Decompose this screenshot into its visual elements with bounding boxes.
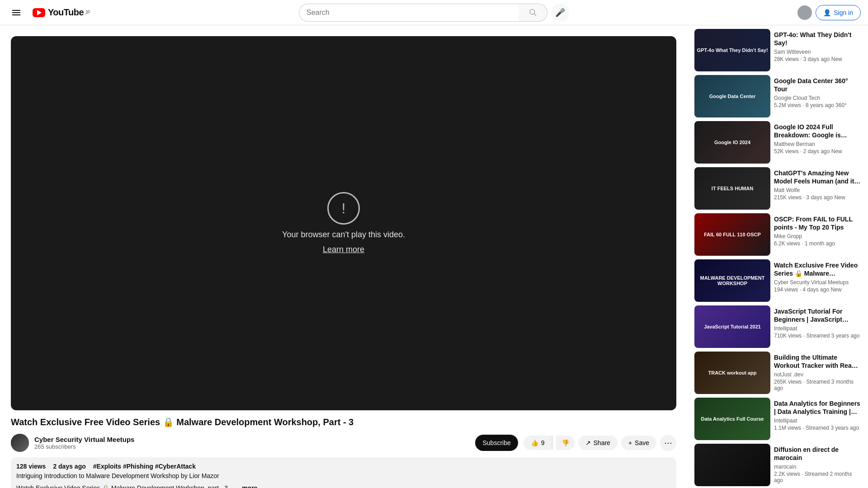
sidebar-thumbnail: FAIL 60 FULL 110 OSCP	[694, 213, 770, 256]
thumbnail-text: IT FEELS HUMAN	[694, 167, 770, 210]
thumbnail-text: TRACK workout app	[694, 352, 770, 394]
header-center: 🎤	[105, 4, 763, 22]
dislike-icon: 👎	[561, 439, 569, 446]
sidebar-item[interactable]: FAIL 60 FULL 110 OSCP OSCP: From FAIL to…	[694, 213, 861, 256]
header: YouTubeJP 🎤 👤 Sign in	[0, 0, 868, 25]
search-input[interactable]	[299, 4, 519, 22]
sidebar-item-channel: Intellipaat	[774, 418, 861, 424]
sidebar-item[interactable]: GPT-4o What They Didn't Say! GPT-4o: Wha…	[694, 29, 861, 71]
sidebar-item-channel: marocain	[774, 464, 861, 470]
video-container: ! Your browser can't play this video. Le…	[0, 25, 687, 488]
search-button[interactable]	[519, 4, 547, 22]
description-box[interactable]: 128 views 2 days ago #Exploits #Phishing…	[11, 457, 676, 488]
youtube-wordmark: YouTube	[48, 7, 84, 18]
sidebar-thumbnail	[694, 444, 770, 486]
youtube-play-icon	[33, 8, 45, 17]
thumbnail-text: Data Analytics Full Course	[694, 398, 770, 440]
voice-search-button[interactable]: 🎤	[551, 4, 569, 22]
sidebar-item-title: JavaScript Tutorial For Beginners | Java…	[774, 307, 861, 324]
channel-info: Cyber Security Virtual Meetups 265 subsc…	[34, 436, 470, 450]
header-left: YouTubeJP	[7, 4, 98, 22]
sidebar-item-channel: Google Cloud Tech	[774, 95, 861, 101]
sidebar-item-meta: JavaScript Tutorial For Beginners | Java…	[774, 305, 861, 348]
sidebar-item-channel: Mike Gropp	[774, 233, 861, 239]
sidebar-item-meta: GPT-4o: What They Didn't Say! Sam Wittev…	[774, 29, 861, 71]
sidebar: GPT-4o What They Didn't Say! GPT-4o: Wha…	[687, 25, 868, 488]
like-button[interactable]: 👍 9	[524, 436, 552, 450]
sign-in-icon: 👤	[823, 9, 831, 16]
sidebar-item-title: Watch Exclusive Free Video Series 🔒 Malw…	[774, 261, 861, 277]
sidebar-item[interactable]: Data Analytics Full Course Data Analytic…	[694, 398, 861, 440]
sidebar-thumbnail: TRACK workout app	[694, 352, 770, 394]
sidebar-item-badge: New	[831, 148, 842, 155]
sidebar-item[interactable]: TRACK workout app Building the Ultimate …	[694, 352, 861, 394]
logo[interactable]: YouTubeJP	[33, 7, 90, 18]
sign-in-button[interactable]: 👤 Sign in	[816, 5, 861, 20]
video-info: Watch Exclusive Free Video Series 🔒 Malw…	[11, 410, 676, 488]
sidebar-item-title: Diffusion en direct de marocain	[774, 446, 861, 462]
error-message: Your browser can't play this video.	[282, 230, 405, 239]
sidebar-item[interactable]: IT FEELS HUMAN ChatGPT's Amazing New Mod…	[694, 167, 861, 210]
sidebar-item-meta: Google Data Center 360° Tour Google Clou…	[774, 75, 861, 117]
sidebar-item[interactable]: Diffusion en direct de marocain marocain…	[694, 444, 861, 486]
channel-row: Cyber Security Virtual Meetups 265 subsc…	[11, 434, 676, 452]
video-error: ! Your browser can't play this video. Le…	[282, 192, 405, 254]
sidebar-item-meta: Building the Ultimate Workout Tracker wi…	[774, 352, 861, 394]
sidebar-item-views: 215K views · 3 days ago New	[774, 194, 861, 201]
sidebar-item[interactable]: Google Data Center Google Data Center 36…	[694, 75, 861, 117]
sidebar-thumbnail: GPT-4o What They Didn't Say!	[694, 29, 770, 71]
learn-more-link[interactable]: Learn more	[323, 245, 364, 254]
header-right: 👤 Sign in	[770, 5, 861, 20]
dislike-button[interactable]: 👎	[556, 436, 575, 450]
sidebar-item-title: Google Data Center 360° Tour	[774, 77, 861, 93]
sidebar-thumbnail: MALWARE DEVELOPMENT WORKSHOP	[694, 259, 770, 302]
sidebar-item[interactable]: MALWARE DEVELOPMENT WORKSHOP Watch Exclu…	[694, 259, 861, 302]
sidebar-item-views: 194 views · 4 days ago New	[774, 286, 861, 293]
hamburger-button[interactable]	[7, 4, 25, 22]
error-exclamation-icon: !	[342, 200, 346, 217]
upload-time: 2 days ago	[53, 463, 85, 470]
view-count: 128 views	[16, 463, 46, 470]
channel-name[interactable]: Cyber Security Virtual Meetups	[34, 436, 470, 443]
sidebar-item-meta: OSCP: From FAIL to FULL points - My Top …	[774, 213, 861, 256]
sidebar-thumbnail: IT FEELS HUMAN	[694, 167, 770, 210]
sidebar-item-title: Google IO 2024 Full Breakdown: Google is…	[774, 123, 861, 139]
like-icon: 👍	[531, 439, 538, 446]
sidebar-item-title: ChatGPT's Amazing New Model Feels Human …	[774, 169, 861, 185]
thumbnail-text: Google IO 2024	[694, 121, 770, 164]
sidebar-item-title: GPT-4o: What They Didn't Say!	[774, 31, 861, 47]
share-button[interactable]: ↗ Share	[578, 436, 618, 450]
sidebar-item-views: 265K views · Streamed 3 months ago	[774, 379, 861, 391]
channel-avatar-image	[11, 434, 29, 452]
channel-avatar[interactable]	[11, 434, 29, 452]
sidebar-thumbnail: Data Analytics Full Course	[694, 398, 770, 440]
main-content: ! Your browser can't play this video. Le…	[0, 25, 868, 488]
save-button[interactable]: + Save	[621, 436, 656, 450]
sidebar-item-badge: 360°	[835, 102, 847, 108]
sidebar-item[interactable]: JavaScript Tutorial 2021 JavaScript Tuto…	[694, 305, 861, 348]
sidebar-item-views: 5.2M views · 8 years ago 360°	[774, 102, 861, 108]
more-options-button[interactable]: ⋯	[660, 435, 676, 451]
description-more-text: Watch Exclusive Video Series 🔒 Malware D…	[16, 484, 671, 488]
search-form	[299, 4, 547, 22]
sidebar-item-views: 1.1M views · Streamed 3 years ago	[774, 425, 861, 431]
avatar[interactable]	[797, 5, 812, 20]
thumbnail-text: Google Data Center	[694, 75, 770, 117]
sidebar-item-badge: New	[831, 56, 842, 62]
sidebar-thumbnail: Google Data Center	[694, 75, 770, 117]
sidebar-item-badge: New	[830, 286, 841, 293]
more-label[interactable]: ...more	[237, 484, 258, 488]
video-title: Watch Exclusive Free Video Series 🔒 Malw…	[11, 416, 676, 428]
sidebar-item-title: OSCP: From FAIL to FULL points - My Top …	[774, 215, 861, 231]
video-player[interactable]: ! Your browser can't play this video. Le…	[11, 36, 676, 410]
sidebar-item-meta: Diffusion en direct de marocain marocain…	[774, 444, 861, 486]
thumbnail-text: FAIL 60 FULL 110 OSCP	[694, 213, 770, 256]
sidebar-item-title: Data Analytics for Beginners | Data Anal…	[774, 399, 861, 416]
sidebar-item-channel: Sam Witteveen	[774, 49, 861, 55]
sidebar-item[interactable]: Google IO 2024 Google IO 2024 Full Break…	[694, 121, 861, 164]
thumbnail-text: MALWARE DEVELOPMENT WORKSHOP	[694, 259, 770, 302]
hashtags[interactable]: #Exploits #Phishing #CyberAttack	[93, 463, 196, 470]
subscribe-button[interactable]: Subscribe	[475, 435, 518, 451]
save-icon: +	[628, 439, 632, 446]
sidebar-item-views: 52K views · 2 days ago New	[774, 148, 861, 155]
